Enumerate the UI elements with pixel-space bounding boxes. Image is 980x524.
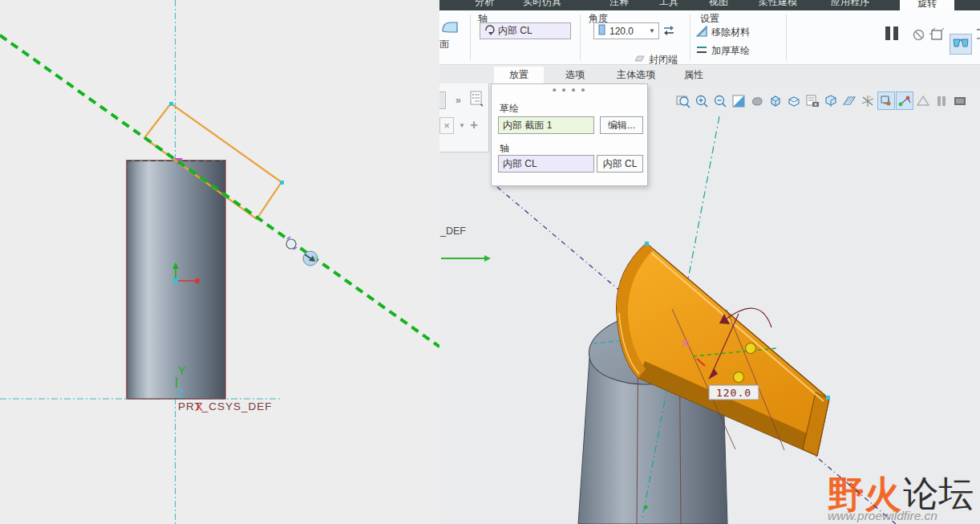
csys-partial-label: _DEF — [439, 225, 466, 237]
zoom-fit-icon[interactable] — [674, 91, 692, 110]
closed-ends-icon — [634, 54, 645, 66]
sketch-endpoint — [826, 396, 830, 400]
axis-collector-field[interactable]: 内部 CL — [498, 155, 594, 173]
dropdown-arrow-icon[interactable]: ▼ — [459, 122, 465, 129]
surface-icon[interactable] — [441, 19, 459, 39]
annotations-icon[interactable] — [914, 91, 932, 110]
tab-placement[interactable]: 放置 — [494, 67, 544, 83]
app-window: Y Z X PRT_CSYS_DEF — [0, 0, 980, 524]
no-preview-icon[interactable] — [913, 29, 925, 44]
flip-angle-direction-icon[interactable] — [662, 22, 676, 39]
rotate-drag-handle[interactable] — [303, 251, 318, 266]
chevron-down-icon[interactable]: ▼ — [649, 27, 655, 35]
watermark-brand-dark: 论坛 — [903, 473, 974, 513]
group-divider — [690, 14, 690, 61]
accept-button[interactable] — [950, 34, 972, 55]
orientation-mode-icon[interactable] — [896, 91, 913, 110]
perspective-icon[interactable] — [785, 91, 803, 110]
axis-collector-value: 内部 CL — [498, 24, 533, 38]
angle-type-icon — [597, 24, 606, 38]
sketch-endpoint — [645, 242, 649, 246]
thicken-sketch-toggle[interactable]: 加厚草绘 — [696, 44, 750, 58]
partial-button[interactable] — [439, 91, 446, 109]
expand-chevron-icon[interactable]: » — [456, 95, 461, 106]
tab-options[interactable]: 选项 — [557, 67, 593, 83]
panel-drag-handle[interactable]: ● ● ● ● — [492, 86, 647, 94]
tab-body-options[interactable]: 主体选项 — [608, 67, 664, 83]
sketch-endpoint[interactable] — [280, 181, 284, 185]
angle-value[interactable]: 120.0 — [609, 26, 646, 37]
verify-icon[interactable] — [929, 27, 945, 45]
add-icon[interactable]: + — [470, 117, 478, 133]
menu-tab-flexmodel[interactable]: 柔性建模 — [759, 0, 797, 9]
view-normal-icon[interactable] — [822, 91, 840, 110]
tree-settings-icon[interactable] — [470, 91, 484, 110]
angle-dimension-value[interactable]: 120.0 — [716, 387, 751, 399]
graphics-toolbar: * — [674, 91, 969, 111]
left-viewport: Y Z X PRT_CSYS_DEF — [0, 0, 439, 524]
group-divider — [470, 14, 471, 61]
menu-tab-applications[interactable]: 应用程序 — [831, 0, 869, 9]
thicken-sketch-label: 加厚草绘 — [711, 44, 750, 58]
csys-name-label[interactable]: PRT_CSYS_DEF — [178, 400, 273, 412]
cancel-icon-partial[interactable] — [974, 28, 980, 43]
zoom-out-icon[interactable] — [711, 91, 729, 110]
sketch-endpoint[interactable] — [169, 102, 173, 106]
menu-tab-analysis[interactable]: 分析 — [475, 0, 494, 9]
edit-sketch-button[interactable]: 编辑... — [600, 116, 643, 134]
clipping-icon[interactable] — [951, 91, 969, 110]
revolve-axis-icon — [484, 24, 495, 38]
menu-tab-tools[interactable]: 工具 — [659, 0, 678, 9]
axis-section-label: 轴 — [500, 142, 509, 156]
navigator-strip: » × ▼ + — [439, 83, 489, 152]
watermark-url: www.proewildfire.cn — [828, 509, 937, 522]
menu-tab-view[interactable]: 视图 — [709, 0, 728, 9]
dashboard-tab-row: 放置 选项 主体选项 属性 — [439, 67, 980, 83]
group-divider — [786, 14, 787, 61]
tab-properties[interactable]: 属性 — [676, 67, 711, 83]
section-icon[interactable] — [840, 91, 858, 110]
axis-collector-field[interactable]: 内部 CL — [480, 22, 571, 39]
angle-combobox[interactable]: 120.0 ▼ — [593, 22, 659, 39]
remove-material-icon — [696, 26, 707, 39]
remove-material-label: 移除材料 — [711, 26, 750, 39]
revolve-dashboard: 面 轴 内部 CL 角度 120.0 ▼ — [439, 10, 980, 65]
internal-cl-button[interactable]: 内部 CL — [597, 155, 643, 173]
remove-material-toggle[interactable]: 移除材料 — [696, 26, 750, 39]
display-style-icon[interactable] — [767, 91, 784, 110]
axis-z-label: Z — [177, 387, 184, 400]
pause-icon[interactable] — [885, 26, 899, 43]
menu-tab-annotate[interactable]: 注释 — [609, 0, 629, 9]
zoom-in-icon[interactable] — [693, 91, 711, 110]
creo-window: _DEF 野火 论坛 www.proewildfire.cn — [439, 0, 980, 524]
menu-tab-simulation[interactable]: 实时仿真 — [523, 0, 561, 9]
repaint-icon[interactable] — [730, 91, 747, 110]
menu-bar: 分析 实时仿真 注释 工具 视图 柔性建模 应用程序 旋转 — [439, 0, 980, 10]
group-divider — [580, 14, 581, 61]
closed-ends-label: 封闭端 — [649, 53, 678, 67]
thicken-sketch-icon — [696, 45, 707, 57]
sketch-section-label: 草绘 — [500, 102, 519, 116]
closed-ends-option[interactable]: 封闭端 — [634, 53, 678, 67]
shade-icon[interactable] — [748, 91, 766, 110]
placement-panel: ● ● ● ● 草绘 内部 截面 1 编辑... 轴 内部 CL 内部 CL — [491, 83, 648, 186]
saved-orientations-icon[interactable] — [804, 91, 821, 110]
sketch-collector-field[interactable]: 内部 截面 1 — [498, 116, 594, 134]
pause-display-icon[interactable] — [933, 91, 950, 110]
close-icon[interactable]: × — [439, 117, 454, 134]
settings-group-title: 设置 — [700, 12, 719, 26]
surface-button-partial-label[interactable]: 面 — [439, 38, 449, 51]
angle-drag-handle[interactable] — [746, 343, 756, 354]
angle-dimension-label[interactable]: 120.0 — [709, 385, 759, 400]
datum-display-icon[interactable]: * — [859, 91, 877, 110]
spin-center-icon[interactable] — [877, 91, 895, 110]
axis-y-label: Y — [178, 364, 186, 377]
menu-tab-revolve-active[interactable]: 旋转 — [900, 0, 954, 10]
angle-drag-handle[interactable] — [734, 372, 744, 383]
left-viewport-canvas: Y Z X PRT_CSYS_DEF — [0, 0, 439, 524]
glasses-icon — [953, 37, 969, 51]
